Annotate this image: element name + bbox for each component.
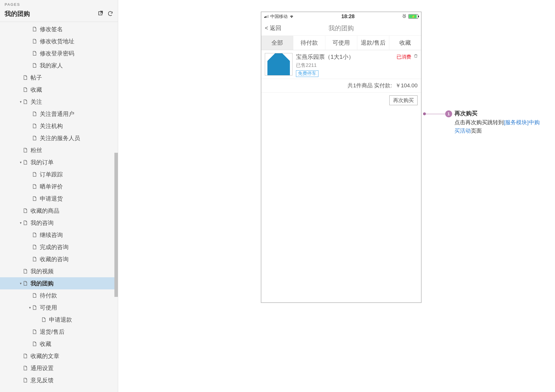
chevron-down-icon: ▼	[18, 221, 23, 225]
order-tabs: 全部待付款可使用退款/售后收藏	[261, 36, 421, 50]
order-card[interactable]: 宝燕乐园票（1大1小） 已售2211 免费停车 已消费	[261, 50, 421, 79]
tree-item-0[interactable]: 修改签名	[0, 23, 118, 35]
wifi-icon	[289, 14, 294, 19]
order-sold: 已售2211	[296, 62, 418, 69]
phone-statusbar: 中国移动 18:28 ⚡	[261, 12, 421, 21]
sidebar-title: 我的团购	[5, 10, 30, 18]
page-icon	[32, 124, 37, 128]
tree-item-9[interactable]: 关注的服务人员	[0, 132, 118, 144]
share-icon[interactable]	[98, 11, 103, 17]
tree-item-4[interactable]: 帖子	[0, 71, 118, 84]
tab-0[interactable]: 全部	[261, 36, 293, 50]
page-icon	[23, 75, 28, 80]
order-price: ￥104.00	[395, 82, 418, 88]
page-icon	[41, 317, 46, 322]
tree-label: 修改收货地址	[40, 37, 74, 45]
tree-label: 晒单评价	[40, 183, 63, 191]
tree-item-6[interactable]: ▼关注	[0, 96, 118, 108]
tree-item-18[interactable]: 完成的咨询	[0, 241, 118, 253]
tree-item-28[interactable]: 通用设置	[0, 362, 118, 374]
tab-2[interactable]: 可使用	[325, 36, 357, 50]
chevron-down-icon: ▼	[28, 306, 32, 309]
tree-item-27[interactable]: 收藏的文章	[0, 350, 118, 362]
tree-item-12[interactable]: 订单跟踪	[0, 168, 118, 180]
tree-item-7[interactable]: 关注普通用户	[0, 108, 118, 120]
tab-1[interactable]: 待付款	[293, 36, 325, 50]
tree-item-19[interactable]: 收藏的咨询	[0, 253, 118, 265]
annotation-desc: 点击再次购买跳转到[服务模块]中购买活动页面	[454, 118, 544, 135]
tree-label: 关注普通用户	[40, 110, 74, 118]
page-icon	[23, 220, 28, 225]
tree-item-1[interactable]: 修改收货地址	[0, 35, 118, 47]
tree-label: 通用设置	[31, 364, 54, 372]
page-icon	[32, 112, 37, 116]
chevron-down-icon: ▼	[18, 161, 23, 164]
tree-scrollbar[interactable]	[114, 23, 118, 392]
page-icon	[32, 245, 37, 249]
tree-label: 申请退货	[40, 195, 63, 203]
page-icon	[32, 136, 37, 140]
tree-label: 修改登录密码	[40, 50, 74, 57]
tree-label: 退货/售后	[40, 328, 65, 336]
statusbar-time: 18:28	[341, 14, 354, 20]
order-summary-text: 共1件商品 实付款:	[348, 82, 392, 88]
refresh-icon[interactable]	[107, 11, 113, 17]
tree-item-16[interactable]: ▼我的咨询	[0, 217, 118, 229]
tree-item-24[interactable]: 申请退款	[0, 314, 118, 326]
tree-label: 申请退款	[49, 316, 72, 324]
order-tag: 免费停车	[296, 70, 318, 77]
tree-label: 完成的咨询	[40, 243, 69, 251]
tree-label: 关注的服务人员	[40, 134, 80, 142]
tree-item-11[interactable]: ▼我的订单	[0, 156, 118, 168]
back-button[interactable]: < 返回	[261, 24, 281, 32]
page-icon	[23, 208, 28, 213]
rebuy-button[interactable]: 再次购买	[389, 95, 418, 105]
chevron-down-icon: ▼	[18, 100, 23, 103]
tree-label: 意见反馈	[31, 376, 54, 384]
page-icon	[32, 305, 37, 310]
page-icon	[32, 39, 37, 44]
tree-label: 继续咨询	[40, 231, 63, 239]
tree-label: 收藏的商品	[31, 207, 59, 215]
tree-item-3[interactable]: 我的家人	[0, 59, 118, 71]
tree-item-5[interactable]: 收藏	[0, 84, 118, 96]
page-tree[interactable]: 修改签名修改收货地址修改登录密码我的家人帖子收藏▼关注关注普通用户关注机构关注的…	[0, 22, 118, 392]
phone-nav: < 返回 我的团购	[261, 21, 421, 36]
page-icon	[32, 257, 37, 261]
tab-3[interactable]: 退款/售后	[357, 36, 389, 50]
page-icon	[23, 148, 28, 152]
tree-item-21[interactable]: ▼我的团购	[0, 277, 118, 289]
alarm-icon	[402, 14, 407, 19]
tree-item-29[interactable]: 意见反馈	[0, 374, 118, 386]
page-icon	[32, 329, 37, 334]
tree-item-22[interactable]: 待付款	[0, 289, 118, 301]
page-icon	[32, 342, 37, 346]
sidebar-section-label: PAGES	[5, 2, 113, 7]
tree-item-10[interactable]: 粉丝	[0, 144, 118, 156]
tree-item-14[interactable]: 申请退货	[0, 193, 118, 205]
tree-item-15[interactable]: 收藏的商品	[0, 205, 118, 217]
tree-label: 我的家人	[40, 62, 63, 69]
annotation-title: 再次购买	[454, 110, 544, 117]
tree-item-17[interactable]: 继续咨询	[0, 229, 118, 241]
tree-item-2[interactable]: 修改登录密码	[0, 47, 118, 59]
page-icon	[23, 354, 28, 358]
tree-label: 帖子	[31, 74, 42, 82]
tree-label: 订单跟踪	[40, 171, 63, 178]
chevron-down-icon: ▼	[18, 282, 23, 285]
tab-4[interactable]: 收藏	[389, 36, 421, 50]
tree-label: 收藏	[31, 86, 42, 94]
tree-item-20[interactable]: 我的视频	[0, 265, 118, 277]
tree-label: 修改签名	[40, 25, 63, 33]
tree-item-25[interactable]: 退货/售后	[0, 326, 118, 338]
pages-sidebar: PAGES 我的团购 修改签名修改收货地址修改登录密码我的家人帖子收藏▼关注关注…	[0, 0, 118, 392]
tree-item-26[interactable]: 收藏	[0, 338, 118, 350]
page-icon	[32, 233, 37, 237]
page-icon	[32, 184, 37, 189]
tree-item-8[interactable]: 关注机构	[0, 120, 118, 132]
page-icon	[23, 378, 28, 382]
tree-item-23[interactable]: ▼可使用	[0, 301, 118, 314]
trash-icon[interactable]	[414, 54, 418, 59]
tree-item-13[interactable]: 晒单评价	[0, 180, 118, 193]
canvas: 中国移动 18:28 ⚡ < 返回 我的团购 全部待付款可使用退款/售后收藏	[118, 0, 555, 392]
